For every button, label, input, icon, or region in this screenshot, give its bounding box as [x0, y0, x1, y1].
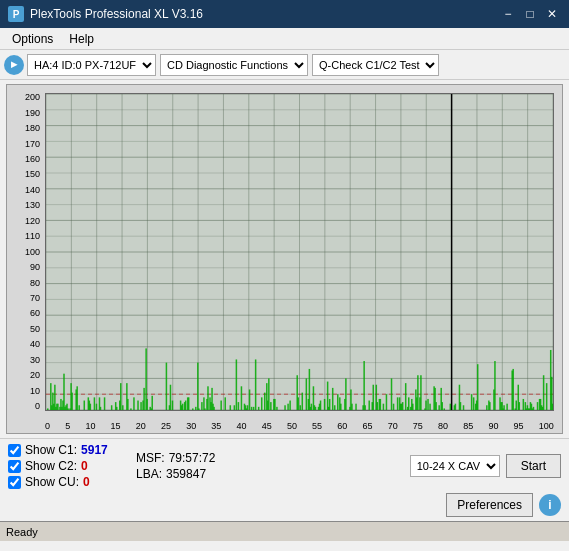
- svg-rect-174: [345, 378, 347, 410]
- svg-rect-151: [300, 405, 302, 410]
- function-dropdown[interactable]: CD Diagnostic Functions: [160, 54, 308, 76]
- svg-rect-153: [306, 378, 308, 410]
- y-axis: 0102030405060708090100110120130140150160…: [9, 93, 43, 411]
- y-label: 60: [9, 309, 43, 318]
- svg-rect-132: [249, 389, 251, 410]
- toolbar: ▶ HA:4 ID:0 PX-712UF CD Diagnostic Funct…: [0, 50, 569, 80]
- svg-rect-225: [463, 405, 465, 410]
- svg-rect-125: [236, 359, 238, 410]
- controls-row: Show C1: 5917 Show C2: 0 Show CU: 0 MSF:…: [8, 443, 561, 489]
- show-c1-checkbox[interactable]: [8, 444, 21, 457]
- svg-rect-152: [302, 393, 304, 410]
- lba-label: LBA:: [136, 467, 162, 481]
- svg-rect-157: [311, 404, 313, 410]
- show-c2-checkbox[interactable]: [8, 460, 21, 473]
- cu-value: 0: [83, 475, 90, 489]
- svg-rect-99: [172, 401, 174, 410]
- svg-rect-126: [238, 402, 240, 410]
- speed-dropdown[interactable]: 10-24 X CAV: [410, 455, 500, 477]
- start-button[interactable]: Start: [506, 454, 561, 478]
- show-c2-label: Show C2:: [25, 459, 77, 473]
- svg-rect-218: [441, 402, 443, 410]
- svg-rect-257: [533, 407, 535, 410]
- lba-row: LBA: 359847: [136, 467, 402, 481]
- svg-rect-247: [519, 402, 521, 410]
- svg-rect-241: [506, 404, 508, 410]
- y-label: 170: [9, 140, 43, 149]
- svg-rect-216: [438, 405, 440, 410]
- x-label: 25: [161, 421, 171, 431]
- x-label: 55: [312, 421, 322, 431]
- cu-row: Show CU: 0: [8, 475, 128, 489]
- svg-rect-115: [207, 386, 209, 410]
- svg-rect-72: [94, 397, 96, 410]
- y-label: 10: [9, 387, 43, 396]
- menu-help[interactable]: Help: [61, 30, 102, 48]
- y-label: 200: [9, 93, 43, 102]
- y-label: 80: [9, 279, 43, 288]
- c2-row: Show C2: 0: [8, 459, 128, 473]
- status-bar: Ready: [0, 521, 569, 541]
- svg-rect-85: [130, 408, 132, 410]
- svg-rect-243: [512, 369, 514, 410]
- svg-rect-82: [122, 405, 124, 410]
- test-dropdown[interactable]: Q-Check C1/C2 Test: [312, 54, 439, 76]
- drive-icon: ▶: [4, 55, 24, 75]
- c1-value: 5917: [81, 443, 108, 457]
- svg-rect-113: [204, 408, 206, 410]
- svg-rect-160: [315, 407, 317, 410]
- title-bar-left: P PlexTools Professional XL V3.16: [8, 6, 203, 22]
- maximize-button[interactable]: □: [521, 5, 539, 23]
- svg-rect-263: [543, 375, 545, 410]
- x-label: 10: [85, 421, 95, 431]
- svg-rect-150: [297, 397, 299, 410]
- y-label: 160: [9, 155, 43, 164]
- drive-dropdown[interactable]: HA:4 ID:0 PX-712UF: [27, 54, 156, 76]
- svg-rect-264: [546, 383, 548, 410]
- svg-rect-267: [552, 404, 553, 410]
- show-c1-label: Show C1:: [25, 443, 77, 457]
- svg-rect-127: [241, 386, 243, 410]
- preferences-button[interactable]: Preferences: [446, 493, 533, 517]
- svg-rect-75: [100, 407, 102, 410]
- svg-rect-84: [127, 399, 129, 410]
- right-controls: 10-24 X CAV Start: [410, 454, 561, 478]
- svg-rect-165: [327, 382, 329, 410]
- svg-rect-167: [329, 399, 331, 410]
- chart-svg: [46, 94, 553, 410]
- svg-rect-206: [417, 375, 419, 410]
- show-cu-label: Show CU:: [25, 475, 79, 489]
- close-button[interactable]: ✕: [543, 5, 561, 23]
- msf-area: MSF: 79:57:72 LBA: 359847: [136, 451, 402, 481]
- app-title: PlexTools Professional XL V3.16: [30, 7, 203, 21]
- svg-rect-107: [192, 408, 194, 410]
- bottom-buttons: Preferences i: [8, 493, 561, 517]
- svg-rect-67: [78, 405, 80, 410]
- x-label: 45: [262, 421, 272, 431]
- svg-rect-164: [324, 399, 326, 410]
- svg-rect-110: [198, 408, 200, 410]
- y-label: 110: [9, 232, 43, 241]
- svg-rect-169: [334, 405, 336, 410]
- title-bar: P PlexTools Professional XL V3.16 − □ ✕: [0, 0, 569, 28]
- x-label: 85: [463, 421, 473, 431]
- x-label: 20: [136, 421, 146, 431]
- x-label: 65: [362, 421, 372, 431]
- svg-rect-68: [84, 401, 86, 410]
- x-label: 50: [287, 421, 297, 431]
- svg-rect-147: [287, 404, 289, 410]
- svg-rect-200: [408, 397, 410, 410]
- x-label: 60: [337, 421, 347, 431]
- menu-options[interactable]: Options: [4, 30, 61, 48]
- x-label: 75: [413, 421, 423, 431]
- info-button[interactable]: i: [539, 494, 561, 516]
- svg-rect-92: [146, 399, 148, 410]
- svg-rect-177: [351, 404, 353, 410]
- y-label: 100: [9, 248, 43, 257]
- msf-row: MSF: 79:57:72: [136, 451, 402, 465]
- svg-rect-49: [54, 385, 56, 410]
- show-cu-checkbox[interactable]: [8, 476, 21, 489]
- svg-rect-64: [71, 393, 73, 410]
- minimize-button[interactable]: −: [499, 5, 517, 23]
- svg-rect-88: [140, 402, 142, 410]
